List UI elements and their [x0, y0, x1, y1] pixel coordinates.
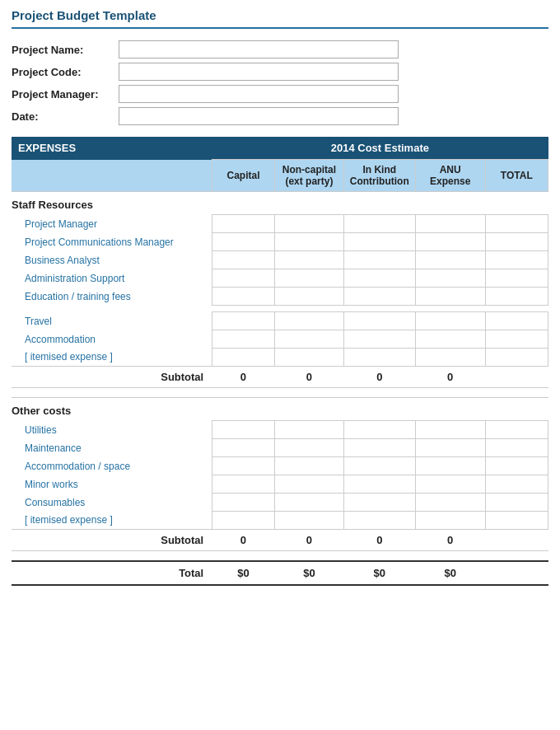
other-item-0-noncapital[interactable]	[275, 421, 343, 439]
staff-item-0-anu[interactable]	[415, 215, 485, 233]
staff-item-1-anu[interactable]	[415, 233, 485, 251]
other-item-0-anu[interactable]	[415, 421, 485, 439]
other-item-3: Minor works	[12, 475, 212, 494]
staff-item-4-anu[interactable]	[415, 288, 485, 306]
staff-item-7-inkind[interactable]	[343, 330, 415, 349]
other-item-1-anu[interactable]	[415, 439, 485, 457]
staff-item-6-anu[interactable]	[415, 312, 485, 330]
other-item-5-capital[interactable]	[212, 512, 275, 530]
other-item-4-inkind[interactable]	[343, 494, 415, 512]
staff-item-3-capital[interactable]	[212, 269, 275, 288]
other-costs-header: Other costs	[12, 398, 548, 421]
other-item-2: Accommodation / space	[12, 457, 212, 475]
staff-item-4-capital[interactable]	[212, 288, 275, 306]
other-item-5-total[interactable]	[485, 512, 548, 530]
other-subtotal-inkind: 0	[343, 530, 415, 551]
staff-item-1-inkind[interactable]	[343, 233, 415, 251]
other-item-2-capital[interactable]	[212, 457, 275, 475]
other-item-4-noncapital[interactable]	[275, 494, 343, 512]
other-item-2-anu[interactable]	[415, 457, 485, 475]
project-manager-input[interactable]	[119, 85, 399, 103]
expenses-header: EXPENSES	[12, 137, 212, 160]
staff-item-4: Education / training fees	[12, 288, 212, 306]
staff-item-1-noncapital[interactable]	[275, 233, 343, 251]
staff-item-8-capital[interactable]	[212, 349, 275, 367]
staff-item-1-total[interactable]	[485, 233, 548, 251]
staff-item-6-inkind[interactable]	[343, 312, 415, 330]
staff-item-0-noncapital[interactable]	[275, 215, 343, 233]
other-item-5-noncapital[interactable]	[275, 512, 343, 530]
other-item-1: Maintenance	[12, 439, 212, 457]
col-anu-header: ANU Expense	[415, 160, 485, 192]
staff-item-2-inkind[interactable]	[343, 251, 415, 269]
list-item: Project Communications Manager	[12, 233, 548, 251]
staff-subtotal-capital: 0	[212, 367, 275, 388]
other-item-4-capital[interactable]	[212, 494, 275, 512]
other-item-2-noncapital[interactable]	[275, 457, 343, 475]
other-item-3-anu[interactable]	[415, 475, 485, 494]
other-subtotal-label: Subtotal	[12, 530, 212, 551]
staff-item-8-anu[interactable]	[415, 349, 485, 367]
other-item-3-total[interactable]	[485, 475, 548, 494]
other-item-2-inkind[interactable]	[343, 457, 415, 475]
project-info-section: Project Name: Project Code: Project Mana…	[12, 40, 548, 125]
staff-item-2-capital[interactable]	[212, 251, 275, 269]
staff-item-2-anu[interactable]	[415, 251, 485, 269]
project-code-input[interactable]	[119, 63, 399, 81]
other-item-0-capital[interactable]	[212, 421, 275, 439]
gap-row-staff	[12, 306, 548, 312]
staff-item-8-total[interactable]	[485, 349, 548, 367]
other-item-1-capital[interactable]	[212, 439, 275, 457]
total-total	[485, 561, 548, 585]
other-subtotal-anu: 0	[415, 530, 485, 551]
staff-item-2-noncapital[interactable]	[275, 251, 343, 269]
staff-item-8-inkind[interactable]	[343, 349, 415, 367]
other-item-1-total[interactable]	[485, 439, 548, 457]
staff-item-4-total[interactable]	[485, 288, 548, 306]
staff-item-4-inkind[interactable]	[343, 288, 415, 306]
other-item-2-total[interactable]	[485, 457, 548, 475]
staff-item-6-total[interactable]	[485, 312, 548, 330]
staff-item-0-inkind[interactable]	[343, 215, 415, 233]
staff-item-4-noncapital[interactable]	[275, 288, 343, 306]
other-item-0-total[interactable]	[485, 421, 548, 439]
other-item-3-capital[interactable]	[212, 475, 275, 494]
staff-item-8: [ itemised expense ]	[12, 349, 212, 367]
other-item-1-noncapital[interactable]	[275, 439, 343, 457]
staff-item-7-total[interactable]	[485, 330, 548, 349]
staff-item-0-capital[interactable]	[212, 215, 275, 233]
other-item-5-inkind[interactable]	[343, 512, 415, 530]
other-item-0-inkind[interactable]	[343, 421, 415, 439]
other-item-3-noncapital[interactable]	[275, 475, 343, 494]
list-item: Consumables	[12, 494, 548, 512]
other-item-1-inkind[interactable]	[343, 439, 415, 457]
staff-item-7-capital[interactable]	[212, 330, 275, 349]
staff-item-0: Project Manager	[12, 215, 212, 233]
staff-item-6: Travel	[12, 312, 212, 330]
other-item-4-anu[interactable]	[415, 494, 485, 512]
staff-resources-label: Staff Resources	[12, 192, 548, 215]
total-inkind: $0	[343, 561, 415, 585]
staff-item-1-capital[interactable]	[212, 233, 275, 251]
staff-item-2-total[interactable]	[485, 251, 548, 269]
project-code-row: Project Code:	[12, 63, 548, 81]
staff-item-6-capital[interactable]	[212, 312, 275, 330]
staff-item-7-anu[interactable]	[415, 330, 485, 349]
staff-item-8-noncapital[interactable]	[275, 349, 343, 367]
spacer-2	[12, 551, 548, 561]
staff-item-3-anu[interactable]	[415, 269, 485, 288]
list-item: [ itemised expense ]	[12, 349, 548, 367]
other-item-5-anu[interactable]	[415, 512, 485, 530]
project-date-input[interactable]	[119, 107, 399, 125]
staff-item-3-inkind[interactable]	[343, 269, 415, 288]
staff-item-3-total[interactable]	[485, 269, 548, 288]
staff-item-7-noncapital[interactable]	[275, 330, 343, 349]
staff-item-3-noncapital[interactable]	[275, 269, 343, 288]
other-item-3-inkind[interactable]	[343, 475, 415, 494]
project-name-input[interactable]	[119, 40, 399, 58]
staff-item-6-noncapital[interactable]	[275, 312, 343, 330]
other-costs-label: Other costs	[12, 398, 548, 421]
staff-item-0-total[interactable]	[485, 215, 548, 233]
staff-subtotal-inkind: 0	[343, 367, 415, 388]
other-item-4-total[interactable]	[485, 494, 548, 512]
